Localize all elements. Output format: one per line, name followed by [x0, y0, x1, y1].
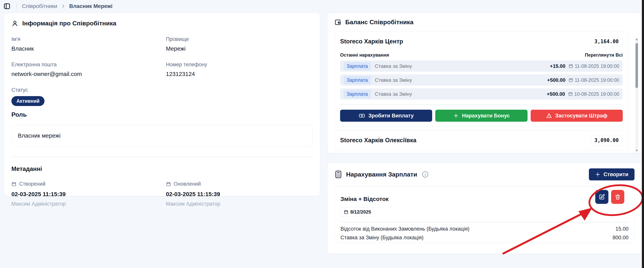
accrual-item-row: Ставка за Зміну (Будьяка локація) 800.00 — [340, 235, 628, 241]
make-payout-button[interactable]: Зробити Виплату — [340, 110, 432, 122]
status-label: Статус — [12, 87, 158, 93]
screen-edge-strip — [642, 0, 644, 268]
last-name-value: Мережі — [166, 45, 313, 52]
location-balance-box: Storeco Харків Центр 3,164.00 Останні на… — [334, 31, 628, 127]
role-heading: Роль — [12, 111, 312, 118]
person-icon — [12, 20, 18, 27]
updated-block: Оновлений 02-03-2025 11:15:39 Максим Адм… — [166, 181, 313, 207]
metadata-divider — [12, 157, 312, 157]
scroll-up-arrow[interactable] — [635, 38, 638, 41]
location-balance-amount: 3,164.00 — [590, 36, 623, 47]
create-accrual-label: Створити — [604, 172, 628, 178]
recent-accruals-label: Останні нарахування — [340, 52, 389, 58]
last-name-label: Прізвище — [166, 36, 313, 42]
transaction-row[interactable]: Зарплата Ставка за Зміну +500.00 10-08-2… — [340, 88, 623, 100]
warning-triangle-icon — [546, 113, 552, 119]
salary-title: Нарахування Зарплати — [346, 171, 417, 178]
chevron-right-icon — [61, 4, 66, 8]
calendar-icon — [12, 182, 16, 187]
created-by: Максим Адміністратор — [12, 201, 158, 207]
edit-accrual-button[interactable] — [595, 190, 608, 204]
transaction-date: 11-08-2025 19:00:00 — [568, 63, 619, 69]
create-accrual-button[interactable]: Створити — [589, 168, 634, 180]
wallet-icon — [334, 19, 342, 26]
status-badge: Активний — [12, 96, 44, 106]
sidebar-panel-icon — [4, 3, 10, 10]
transaction-type-badge: Зарплата — [344, 76, 371, 84]
last-name-field: Прізвище Мережі — [166, 36, 313, 52]
accrual-box: Зміна + Відсоток — [334, 186, 634, 243]
breadcrumb-section[interactable]: Співробітники — [22, 3, 57, 9]
info-icon[interactable] — [422, 171, 429, 178]
salary-accruals-card: Нарахування Зарплати Створити Зміна + Ві… — [327, 163, 642, 254]
balance-header: Баланс Співробітника — [334, 19, 634, 26]
plus-icon — [595, 172, 600, 177]
balance-scrollbar[interactable] — [635, 37, 638, 153]
updated-at: 02-03-2025 11:15:39 — [166, 191, 313, 197]
transaction-date: 10-08-2025 19:00:00 — [568, 91, 619, 97]
transaction-amount: +500.00 — [547, 91, 565, 97]
created-label: Створений — [19, 181, 46, 187]
edit-pencil-icon — [598, 194, 605, 200]
calendar-icon — [344, 210, 348, 214]
created-block: Створений 02-03-2025 11:15:39 Максим Адм… — [12, 181, 158, 207]
location-head: Storeco Харків Центр 3,164.00 — [340, 36, 623, 47]
transaction-amount: +15.00 — [550, 63, 565, 69]
employee-info-header: Інформація про Співробітника — [12, 20, 312, 27]
accrual-item-row: Відсоток від Виконаних Замовлень (Будьяк… — [340, 226, 628, 232]
employee-info-card: Інформація про Співробітника Ім'я Власни… — [4, 13, 320, 196]
first-name-value: Власник — [12, 45, 158, 52]
calendar-icon — [568, 92, 573, 96]
created-label-row: Створений — [12, 181, 158, 187]
trash-icon — [614, 194, 621, 200]
accrual-item-label: Відсоток від Виконаних Замовлень (Будьяк… — [340, 226, 470, 232]
metadata-grid: Створений 02-03-2025 11:15:39 Максим Адм… — [12, 181, 312, 207]
location-name: Storeco Харків Олексіївка — [340, 137, 416, 144]
banknote-icon — [359, 112, 365, 119]
phone-value: 123123124 — [166, 71, 313, 77]
location-head: Storeco Харків Олексіївка 3,090.00 — [340, 135, 623, 145]
accrual-item-value: 800.00 — [612, 235, 628, 241]
view-all-link[interactable]: Переглянути Всі — [585, 52, 623, 58]
plus-icon — [453, 113, 459, 118]
transaction-row[interactable]: Зарплата Ставка за Зміну +15.00 11-08-20… — [340, 60, 623, 72]
updated-label-row: Оновлений — [166, 181, 313, 187]
updated-by: Максим Адміністратор — [166, 201, 313, 207]
accrual-divider — [340, 222, 628, 222]
make-payout-label: Зробити Виплату — [368, 113, 414, 119]
accrual-date: 8/12/2025 — [350, 209, 371, 215]
sidebar-toggle-button[interactable] — [3, 2, 11, 11]
topbar-divider — [16, 3, 17, 10]
scrollbar-thumb[interactable] — [636, 43, 638, 88]
employee-balance-card: Баланс Співробітника Storeco Харків Цент… — [327, 13, 642, 153]
metadata-title: Метаданні — [12, 166, 312, 173]
balance-title: Баланс Співробітника — [345, 19, 414, 26]
transaction-row[interactable]: Зарплата Ставка за Зміну +500.00 11-08-2… — [340, 74, 623, 86]
transaction-amount: +500.00 — [547, 77, 566, 83]
role-value-box: Власник мережі — [12, 125, 312, 147]
first-name-field: Ім'я Власник — [12, 36, 158, 52]
employee-fields: Ім'я Власник Прізвище Мережі Електронна … — [12, 36, 312, 109]
phone-label: Номер телефону — [166, 62, 313, 68]
page: Співробітники Власник Мережі Інформація … — [0, 0, 644, 268]
top-bar: Співробітники Власник Мережі — [0, 0, 644, 13]
add-bonus-button[interactable]: Нарахувати Бонус — [435, 110, 527, 122]
accrual-name: Зміна + Відсоток — [340, 196, 628, 202]
location-balance-box: Storeco Харків Олексіївка 3,090.00 — [334, 130, 628, 151]
transaction-type-badge: Зарплата — [344, 90, 371, 98]
accrual-item-label: Ставка за Зміну (Будьяка локація) — [340, 235, 424, 241]
scroll-down-arrow[interactable] — [635, 149, 638, 152]
calendar-icon — [568, 78, 573, 82]
accrual-actions — [595, 190, 624, 204]
apply-penalty-button[interactable]: Застосувати Штраф — [531, 110, 623, 122]
status-field: Статус Активний — [12, 87, 158, 106]
balance-actions: Зробити Виплату Нарахувати Бонус Застосу… — [340, 110, 623, 122]
calendar-icon — [166, 182, 171, 187]
calculator-icon — [334, 170, 342, 179]
delete-accrual-button[interactable] — [611, 190, 624, 204]
first-name-label: Ім'я — [12, 36, 158, 42]
actions-divider — [340, 105, 623, 105]
email-field: Електронна пошта network-owner@gmail.com — [12, 62, 158, 77]
salary-header: Нарахування Зарплати Створити — [334, 168, 634, 180]
calendar-icon — [568, 64, 573, 68]
